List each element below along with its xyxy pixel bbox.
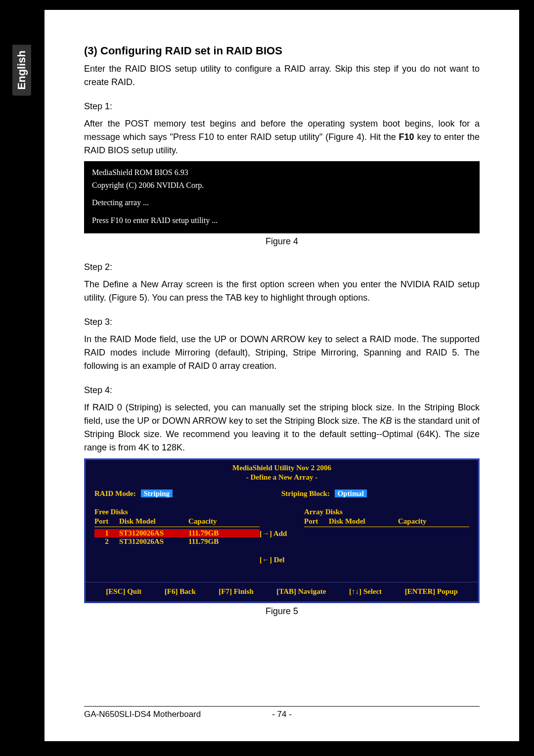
disk-model: ST3120026AS (119, 529, 188, 537)
bios-line: Press F10 to enter RAID setup utility ..… (92, 214, 472, 227)
raid-mode-label: RAID Mode: (94, 489, 136, 497)
raid-footer-keys: [ESC] Quit [F6] Back [F7] Finish [TAB] N… (86, 582, 478, 602)
col-port: Port (304, 517, 329, 526)
section-heading: (3) Configuring RAID set in RAID BIOS (84, 44, 480, 57)
step2-text: The Define a New Array screen is the fir… (84, 278, 480, 305)
step3-text: In the RAID Mode field, use the UP or DO… (84, 333, 480, 373)
step2-label: Step 2: (84, 261, 480, 274)
intro-text: Enter the RAID BIOS setup utility to con… (84, 62, 480, 89)
disk-port: 1 (94, 529, 119, 537)
free-disks-header: Free Disks (94, 508, 260, 516)
step4-label: Step 4: (84, 384, 480, 397)
step3-label: Step 3: (84, 315, 480, 329)
figure4-caption: Figure 4 (84, 236, 480, 247)
disk-row-selected[interactable]: 1 ST3120026AS 111.79GB (94, 529, 260, 537)
disk-model: ST3120026AS (119, 537, 188, 546)
disk-port: 2 (94, 537, 119, 546)
disk-row[interactable]: 2 ST3120026AS 111.79GB (94, 537, 260, 546)
col-capacity: Capacity (398, 517, 447, 526)
key-esc[interactable]: [ESC] Quit (106, 587, 141, 596)
step1-text: After the POST memory test begins and be… (84, 117, 480, 157)
add-del-controls: [→] Add [←] Del (260, 508, 304, 582)
disk-capacity: 111.79GB (188, 537, 238, 546)
raid-utility-figure5: MediaShield Utility Nov 2 2006 - Define … (84, 458, 480, 603)
step4-text: If RAID 0 (Striping) is selected, you ca… (84, 401, 480, 454)
bios-line: Detecting array ... (92, 196, 472, 209)
del-button[interactable]: [←] Del (260, 556, 304, 564)
page-content: (3) Configuring RAID set in RAID BIOS En… (44, 10, 519, 741)
bios-line: MediaShield ROM BIOS 6.93 (92, 166, 472, 179)
col-model: Disk Model (119, 517, 188, 526)
step1-label: Step 1: (84, 100, 480, 113)
raid-subtitle: - Define a New Array - (86, 473, 478, 486)
key-tab[interactable]: [TAB] Navigate (276, 587, 326, 596)
striping-block-label: Striping Block: (281, 489, 330, 497)
disk-capacity: 111.79GB (188, 529, 238, 537)
step1-key: F10 (399, 132, 414, 142)
key-f6[interactable]: [F6] Back (165, 587, 196, 596)
col-port: Port (94, 517, 119, 526)
striping-block-value[interactable]: Optimal (335, 489, 367, 497)
footer-page-number: - 74 - (272, 710, 292, 719)
raid-mode-value[interactable]: Striping (141, 489, 173, 497)
raid-title: MediaShield Utility Nov 2 2006 (86, 460, 478, 473)
figure5-caption: Figure 5 (84, 606, 480, 617)
col-capacity: Capacity (188, 517, 238, 526)
col-model: Disk Model (329, 517, 398, 526)
key-arrows[interactable]: [↑↓] Select (349, 587, 382, 596)
key-f7[interactable]: [F7] Finish (219, 587, 253, 596)
free-disks-panel: Free Disks Port Disk Model Capacity 1 ST… (94, 508, 260, 582)
bios-screen-figure4: MediaShield ROM BIOS 6.93 Copyright (C) … (84, 161, 480, 233)
step4-kb: KB (380, 416, 392, 426)
array-disks-panel: Array Disks Port Disk Model Capacity (304, 508, 469, 582)
bios-line: Copyright (C) 2006 NVIDIA Corp. (92, 179, 472, 192)
key-enter[interactable]: [ENTER] Popup (405, 587, 458, 596)
raid-mode-row: RAID Mode: Striping Striping Block: Opti… (86, 486, 478, 503)
add-button[interactable]: [→] Add (260, 530, 304, 538)
array-disks-header: Array Disks (304, 508, 469, 516)
page-footer: GA-N650SLI-DS4 Motherboard - 74 - (84, 706, 480, 719)
language-tab: English (12, 44, 31, 95)
